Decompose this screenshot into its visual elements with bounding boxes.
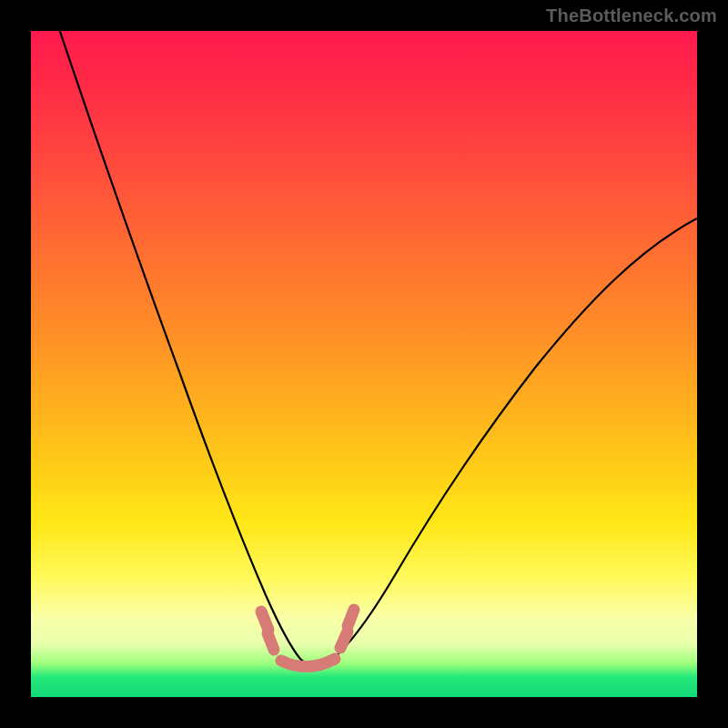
chart-svg (31, 31, 697, 697)
plot-area (31, 31, 697, 697)
marker-right-lower (340, 632, 348, 648)
watermark-text: TheBottleneck.com (546, 5, 717, 26)
marker-floor (281, 659, 335, 667)
marker-right-upper (348, 610, 354, 626)
valley-curve (45, 0, 697, 665)
marker-left-lower (268, 633, 274, 650)
marker-left-upper (261, 612, 268, 630)
